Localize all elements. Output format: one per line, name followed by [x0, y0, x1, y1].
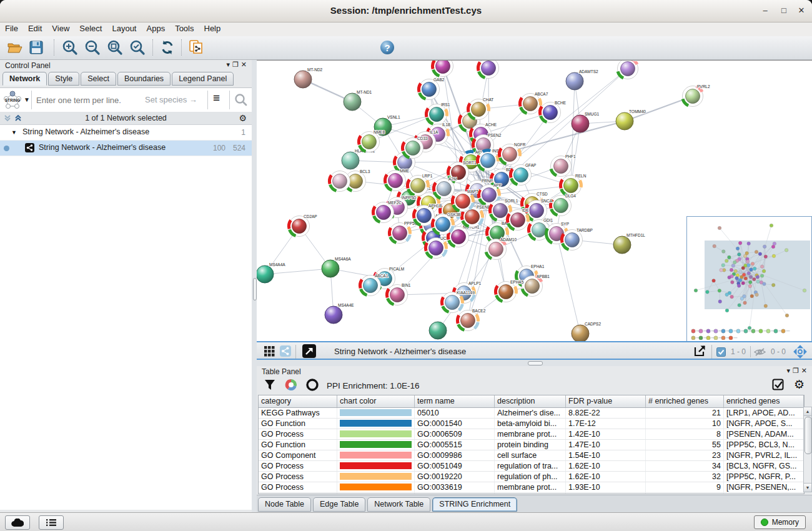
tab-string-enrichment[interactable]: STRING Enrichment — [432, 497, 517, 512]
menu-view[interactable]: View — [47, 22, 74, 34]
open-in-string-button[interactable] — [302, 344, 317, 358]
tab-legend-panel[interactable]: Legend Panel — [172, 72, 234, 86]
table-row[interactable]: GO ProcessGO:0033619membrane prot...1.93… — [259, 482, 804, 493]
share-network-button[interactable] — [278, 344, 293, 358]
network-node-ms4a6a[interactable]: MS4A6A — [322, 257, 351, 277]
menu-file[interactable]: File — [0, 22, 23, 34]
menu-help[interactable]: Help — [199, 22, 226, 34]
select-rows-checkbox-icon[interactable] — [772, 379, 785, 391]
maximize-button[interactable]: □ — [777, 4, 791, 17]
network-node-tomm40[interactable]: TOMM40 — [616, 109, 646, 130]
refresh-button[interactable] — [157, 38, 177, 57]
network-node-cr1[interactable]: CR1 — [478, 61, 502, 79]
network-node-apbb1[interactable]: APBB1 — [522, 274, 550, 297]
network-node-adamts2[interactable]: ADAMTS2 — [566, 69, 598, 90]
network-node-ppp5c[interactable]: PPP5C — [389, 221, 417, 244]
table-settings-gear-icon[interactable]: ⚙ — [794, 377, 805, 392]
network-node-adam10[interactable]: ADAM10 — [486, 237, 517, 260]
filter-icon[interactable] — [264, 379, 275, 390]
open-file-button[interactable] — [5, 38, 25, 57]
network-collection-row[interactable]: ▼ String Network - Alzheimer's disease 1 — [0, 125, 252, 141]
menu-select[interactable]: Select — [74, 22, 107, 34]
panel-float-icon[interactable]: ❐ — [793, 367, 801, 374]
horizontal-splitter-handle[interactable] — [528, 361, 543, 365]
tab-style[interactable]: Style — [48, 72, 79, 86]
network-options-gear-icon[interactable]: ⚙ — [239, 113, 247, 123]
network-node-celf1[interactable]: CELF1 — [618, 61, 645, 79]
network-node-dlg4[interactable]: DLG4 — [551, 194, 577, 216]
table-row[interactable]: GO FunctionGO:0005515protein binding1.47… — [259, 440, 804, 450]
table-row[interactable]: GO ProcessGO:0051049regulation of tra...… — [259, 461, 804, 472]
birds-eye-view[interactable] — [686, 216, 812, 342]
network-row-selected[interactable]: String Network - Alzheimer's disease 100… — [0, 141, 252, 156]
tree-expand-icon[interactable]: ▼ — [11, 129, 17, 136]
network-node-mt-nd2[interactable]: MT-ND2 — [294, 67, 323, 88]
column-header-enriched-genes[interactable]: enriched genes — [724, 395, 804, 407]
network-node-bche[interactable]: BCHE — [540, 101, 567, 123]
network-node-cd2ap[interactable]: CD2AP — [289, 214, 317, 237]
column-header-FDR-p-value[interactable]: FDR p-value — [566, 395, 646, 407]
network-node[interactable] — [330, 171, 350, 192]
column-header-chart-color[interactable]: chart color — [337, 395, 415, 407]
help-button[interactable]: ? — [377, 38, 397, 57]
table-row[interactable]: GO FunctionGO:0001540beta-amyloid bi...1… — [259, 419, 804, 429]
tab-boundaries[interactable]: Boundaries — [117, 72, 171, 86]
panel-close-icon[interactable]: ✕ — [241, 61, 249, 68]
menu-apps[interactable]: Apps — [142, 22, 171, 34]
zoom-out-button[interactable] — [82, 38, 102, 57]
network-node-a2m[interactable]: A2M — [434, 177, 457, 199]
panel-menu-icon[interactable]: ▾ — [786, 367, 793, 374]
network-node[interactable] — [429, 322, 447, 339]
network-node-bace2[interactable]: BACE2 — [457, 309, 485, 331]
task-history-button[interactable] — [39, 515, 64, 530]
birds-eye-toggle-icon[interactable] — [793, 345, 807, 359]
network-node-mt-nd1[interactable]: MT-ND1 — [344, 90, 372, 111]
table-row[interactable]: GO ComponentGO:0009986cell surface1.54E-… — [259, 450, 804, 461]
network-canvas[interactable]: MT-ND2MT-ND1VSNL1GAB2CASP3CR1ADAMTS2CELF… — [257, 60, 812, 342]
network-from-file-button[interactable] — [186, 38, 206, 57]
hidden-eye-icon[interactable] — [754, 347, 766, 357]
tab-node-table[interactable]: Node Table — [258, 497, 311, 512]
selected-checkbox-icon[interactable] — [716, 347, 726, 357]
cloud-tasks-button[interactable] — [5, 515, 30, 530]
scroll-down-button[interactable]: ▼ — [804, 483, 811, 492]
network-node-gab2[interactable]: GAB2 — [419, 77, 445, 100]
export-view-button[interactable] — [692, 344, 707, 358]
zoom-in-button[interactable] — [60, 38, 80, 57]
network-node-cadps2[interactable]: CADPS2 — [572, 322, 601, 342]
column-header-term-name[interactable]: term name — [415, 395, 495, 407]
panel-menu-icon[interactable]: ▾ — [226, 61, 232, 68]
menu-edit[interactable]: Edit — [23, 22, 47, 34]
network-node-mme[interactable]: MME — [385, 169, 410, 191]
tab-select[interactable]: Select — [81, 72, 116, 86]
minimize-button[interactable]: – — [758, 4, 772, 17]
network-node-casp3[interactable]: CASP3 — [433, 61, 461, 77]
grid-view-button[interactable] — [262, 344, 277, 358]
network-node-epha5[interactable]: EPHA5 — [496, 280, 524, 302]
panel-float-icon[interactable]: ❐ — [232, 61, 241, 68]
string-dropdown-caret[interactable]: ▼ — [24, 96, 30, 103]
network-node-nme8[interactable]: NME8 — [359, 130, 385, 152]
string-options-menu-icon[interactable]: ≡ — [213, 91, 220, 105]
scrollbar-thumb[interactable] — [805, 417, 812, 454]
network-node-pvrl2[interactable]: PVRL2 — [683, 84, 710, 107]
table-row[interactable]: KEGG Pathways05010Alzheimer's dise...8.8… — [259, 408, 804, 419]
string-logo[interactable]: STRING — [2, 89, 23, 111]
save-session-button[interactable] — [26, 38, 46, 57]
close-button[interactable]: ✕ — [795, 4, 808, 17]
tab-network-table[interactable]: Network Table — [367, 497, 430, 512]
menu-tools[interactable]: Tools — [170, 22, 199, 34]
tab-edge-table[interactable]: Edge Table — [313, 497, 365, 512]
network-node-reln[interactable]: RELN — [561, 174, 587, 196]
network-node-tardbp[interactable]: TARDBP — [562, 228, 593, 251]
ring-chart-icon[interactable] — [305, 378, 319, 392]
memory-button[interactable]: Memory — [754, 515, 806, 529]
panel-close-icon[interactable]: ✕ — [801, 367, 810, 374]
column-header-category[interactable]: category — [259, 395, 337, 407]
network-node-gfap[interactable]: GFAP — [511, 163, 537, 186]
column-header--enriched-genes[interactable]: # enriched genes — [646, 395, 724, 407]
table-row[interactable]: GO ProcessGO:0006509membrane prot...1.42… — [259, 429, 804, 440]
table-row[interactable]: GO ProcessGO:0050435beta-amyloid m...2.0… — [259, 493, 804, 494]
network-node-phf1[interactable]: PHF1 — [551, 154, 577, 177]
menu-layout[interactable]: Layout — [107, 22, 141, 34]
